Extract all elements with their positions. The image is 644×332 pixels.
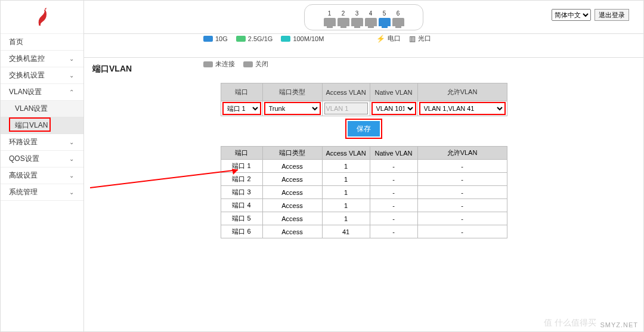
legend: 10G 2.5G/1G 100M/10M ⚡电口 ▥光口 未连接 关闭 (84, 34, 643, 58)
chevron-down-icon: ⌄ (68, 72, 75, 79)
sidebar: 首页 交换机监控⌄ 交换机设置⌄ VLAN设置⌃ VLAN设置 端口VLAN 环… (1, 1, 84, 331)
port-list-table: 端口 端口类型 Access VLAN Native VLAN 允许VLAN 端… (221, 146, 507, 238)
th-allow: 允许VLAN (417, 83, 507, 101)
nav-switch-config[interactable]: 交换机设置⌄ (1, 67, 83, 84)
config-table: 端口 端口类型 Access VLAN Native VLAN 允许VLAN 端… (221, 83, 507, 116)
plug-icon: ⚡ (376, 35, 385, 43)
nav-vlan-sub[interactable]: VLAN设置 (1, 101, 83, 117)
table-row: 端口 3Access1-- (221, 186, 507, 199)
ports-panel: 123456 (304, 4, 423, 30)
swatch-10g-icon (203, 36, 213, 42)
logout-button[interactable]: 退出登录 (595, 9, 629, 21)
port-4-icon[interactable] (365, 18, 377, 26)
language-select[interactable]: 简体中文 (552, 9, 591, 21)
th-native: Native VLAN (370, 83, 417, 101)
nav-qos[interactable]: QOS设置⌄ (1, 151, 83, 167)
table-row: 端口 1Access1-- (221, 160, 507, 173)
chevron-up-icon: ⌃ (68, 89, 75, 95)
th-port: 端口 (221, 83, 262, 101)
nav-switch-monitor[interactable]: 交换机监控⌄ (1, 51, 83, 67)
main: 123456 简体中文 退出登录 10G 2.5G/1G 100M/10M ⚡电… (84, 1, 643, 331)
svg-line-0 (90, 170, 238, 188)
chevron-down-icon: ⌄ (68, 189, 75, 196)
nav-system[interactable]: 系统管理⌄ (1, 184, 83, 201)
chevron-down-icon: ⌄ (68, 139, 75, 145)
content: 端口VLAN 端口 端口类型 Access VLAN Native VLAN 允… (84, 58, 643, 331)
nav-home[interactable]: 首页 (1, 34, 83, 51)
port-select[interactable]: 端口 1 (223, 103, 261, 114)
table-row: 端口 2Access1-- (221, 173, 507, 186)
chevron-down-icon: ⌄ (68, 172, 75, 179)
port-1-icon[interactable] (324, 18, 336, 26)
swatch-100m-icon (281, 36, 290, 42)
port-5-icon[interactable] (379, 18, 391, 26)
native-vlan-select[interactable]: VLAN 101 (372, 103, 416, 114)
port-3-icon[interactable] (351, 18, 363, 26)
nav-vlan-config[interactable]: VLAN设置⌃ (1, 84, 83, 101)
nav-advanced[interactable]: 高级设置⌄ (1, 167, 83, 184)
watermark-logo: 值 什么值得买 (544, 318, 596, 328)
table-row: 端口 5Access1-- (221, 212, 507, 225)
nav-loop[interactable]: 环路设置⌄ (1, 134, 83, 151)
logo (1, 1, 83, 34)
chevron-down-icon: ⌄ (68, 156, 75, 162)
allow-vlan-select[interactable]: VLAN 1,VLAN 41 (420, 103, 505, 114)
type-select[interactable]: Trunk (265, 103, 320, 114)
th-access: Access VLAN (322, 83, 370, 101)
table-row: 端口 6Access41-- (221, 225, 507, 238)
topbar: 123456 简体中文 退出登录 (84, 1, 643, 34)
save-button[interactable]: 保存 (348, 121, 380, 136)
table-row: 端口 4Access1-- (221, 199, 507, 212)
watermark-text: SMYZ.NET (600, 321, 638, 328)
chevron-down-icon: ⌄ (68, 55, 75, 62)
optical-icon: ▥ (409, 35, 416, 43)
page-title: 端口VLAN (92, 64, 635, 75)
port-2-icon[interactable] (338, 18, 349, 26)
th-type: 端口类型 (262, 83, 322, 101)
nav-port-vlan[interactable]: 端口VLAN (1, 117, 83, 134)
swatch-25g-icon (236, 36, 246, 42)
port-6-icon[interactable] (392, 18, 404, 26)
access-vlan-input (324, 103, 368, 114)
